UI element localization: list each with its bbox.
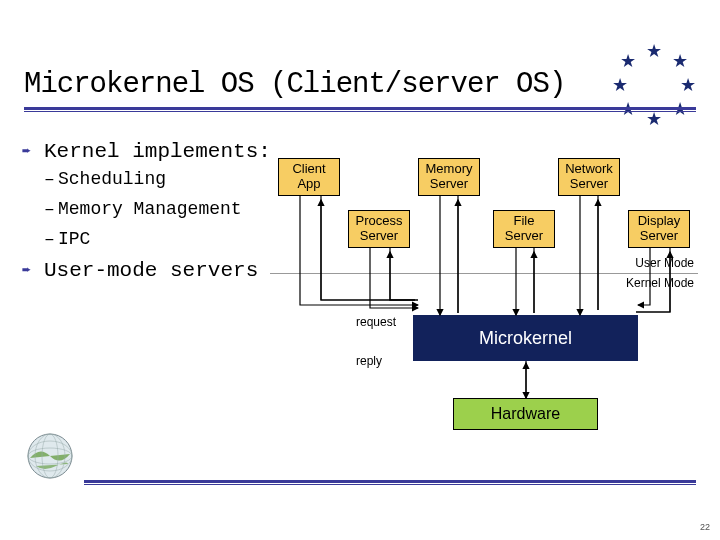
- box-network-server: Network Server: [558, 158, 620, 196]
- stars-decoration: ★ ★ ★ ★ ★ ★ ★ ★: [608, 40, 700, 132]
- bullet-user-mode-servers: User-mode servers: [24, 259, 279, 282]
- box-microkernel: Microkernel: [413, 315, 638, 361]
- architecture-diagram: Client App Memory Server Network Server …: [278, 150, 698, 480]
- label-kernel-mode: Kernel Mode: [626, 276, 694, 290]
- bullet-kernel-implements: Kernel implements:: [24, 140, 279, 163]
- slide: ★ ★ ★ ★ ★ ★ ★ ★ Microkernel OS (Client/s…: [0, 0, 720, 540]
- box-process-server: Process Server: [348, 210, 410, 248]
- label-reply: reply: [356, 354, 382, 368]
- bullet-memory-management: Memory Management: [46, 199, 279, 219]
- bullet-ipc: IPC: [46, 229, 279, 249]
- footer-rule: [84, 480, 696, 485]
- label-user-mode: User Mode: [635, 256, 694, 270]
- globe-icon: [26, 432, 74, 480]
- slide-title: Microkernel OS (Client/server OS): [24, 68, 565, 101]
- title-underline: [24, 107, 696, 112]
- box-client-app: Client App: [278, 158, 340, 196]
- bullet-scheduling: Scheduling: [46, 169, 279, 189]
- box-file-server: File Server: [493, 210, 555, 248]
- label-request: request: [356, 315, 396, 329]
- mode-divider: [270, 273, 698, 274]
- bullet-list: Kernel implements: Scheduling Memory Man…: [24, 140, 279, 288]
- box-display-server: Display Server: [628, 210, 690, 248]
- box-hardware: Hardware: [453, 398, 598, 430]
- page-number: 22: [700, 522, 710, 532]
- box-memory-server: Memory Server: [418, 158, 480, 196]
